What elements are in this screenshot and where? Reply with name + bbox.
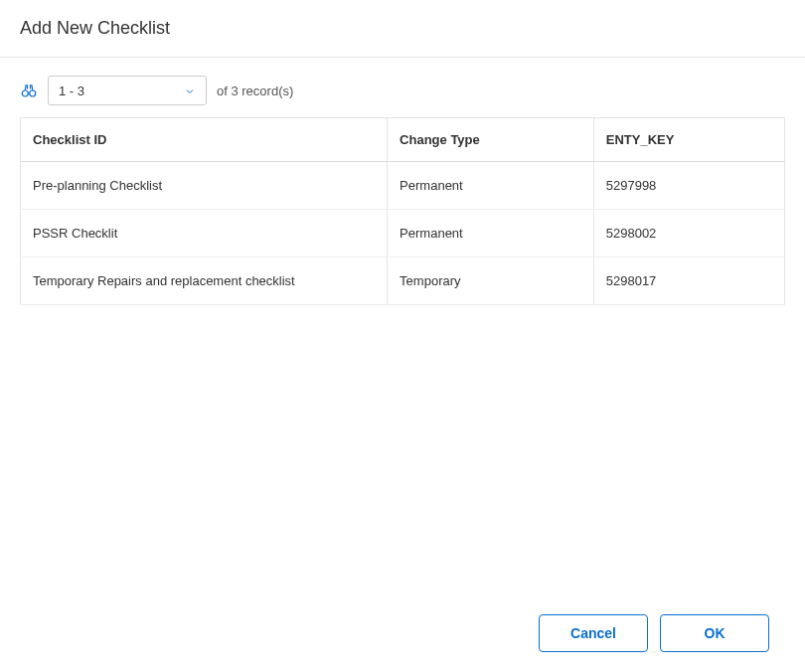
table-container: Checklist ID Change Type ENTY_KEY Pre-pl… <box>0 117 805 305</box>
binoculars-icon[interactable] <box>20 82 38 99</box>
table-row[interactable]: Temporary Repairs and replacement checkl… <box>21 257 785 305</box>
cell-enty-key: 5298017 <box>593 257 784 305</box>
table-header-row: Checklist ID Change Type ENTY_KEY <box>21 118 785 162</box>
cell-enty-key: 5298002 <box>593 210 784 257</box>
record-count: of 3 record(s) <box>217 84 293 98</box>
table-row[interactable]: Pre-planning Checklist Permanent 5297998 <box>21 162 785 210</box>
dialog-header: Add New Checklist <box>0 0 805 58</box>
dialog-title: Add New Checklist <box>20 18 785 39</box>
dialog-footer: Cancel OK <box>539 614 769 652</box>
col-header-change-type[interactable]: Change Type <box>388 118 594 162</box>
checklist-table: Checklist ID Change Type ENTY_KEY Pre-pl… <box>20 117 785 305</box>
toolbar: 1 - 3 of 3 record(s) <box>0 58 805 117</box>
col-header-checklist-id[interactable]: Checklist ID <box>21 118 388 162</box>
range-select-value: 1 - 3 <box>59 84 84 98</box>
ok-button[interactable]: OK <box>660 614 769 652</box>
cell-change-type: Permanent <box>388 210 594 257</box>
cell-change-type: Temporary <box>388 257 594 305</box>
cell-checklist-id: Temporary Repairs and replacement checkl… <box>21 257 388 305</box>
cell-enty-key: 5297998 <box>593 162 784 210</box>
svg-point-0 <box>22 90 28 96</box>
cell-change-type: Permanent <box>388 162 594 210</box>
cancel-button[interactable]: Cancel <box>539 614 648 652</box>
chevron-down-icon <box>184 84 196 96</box>
cell-checklist-id: Pre-planning Checklist <box>21 162 388 210</box>
svg-point-1 <box>30 90 36 96</box>
table-row[interactable]: PSSR Checklit Permanent 5298002 <box>21 210 785 257</box>
cell-checklist-id: PSSR Checklit <box>21 210 388 257</box>
col-header-enty-key[interactable]: ENTY_KEY <box>593 118 784 162</box>
range-select[interactable]: 1 - 3 <box>48 76 207 105</box>
